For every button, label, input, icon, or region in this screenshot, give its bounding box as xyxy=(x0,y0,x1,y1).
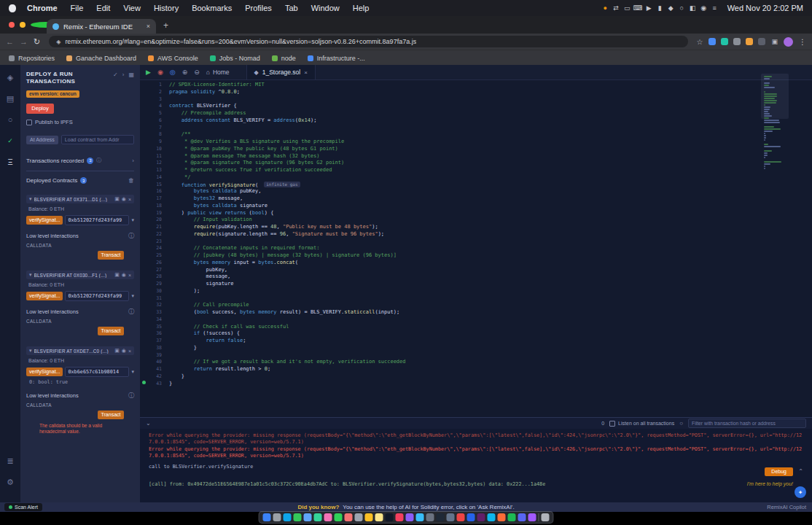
transact-button[interactable]: Transact xyxy=(98,327,124,335)
contract-header[interactable]: ▾ BLSVERIFIER AT 0X371...D1 (...) ▣ ◉ × xyxy=(26,195,134,203)
bookmark-star-icon[interactable]: ☆ xyxy=(697,38,703,46)
line-number[interactable]: 18 xyxy=(140,203,169,210)
chevron-right-icon[interactable]: › xyxy=(122,71,125,78)
extension-orange[interactable] xyxy=(746,38,753,45)
line-number[interactable]: 10 xyxy=(140,146,169,153)
pin-icon[interactable]: ◉ xyxy=(122,196,126,202)
pin-panel-icon[interactable]: ▦ xyxy=(128,71,134,78)
run-script-icon[interactable]: ▶ xyxy=(146,69,151,76)
info-icon[interactable]: ⓘ xyxy=(128,232,134,240)
line-number[interactable]: 27 xyxy=(140,267,169,274)
dock-appstore[interactable] xyxy=(416,513,424,521)
menu-item-chrome[interactable]: Chrome xyxy=(20,4,64,12)
play-icon[interactable]: ▶ xyxy=(644,4,655,12)
line-number[interactable]: 41 xyxy=(140,366,169,373)
dock-mail[interactable] xyxy=(304,513,312,521)
back-icon[interactable]: ← xyxy=(6,37,14,46)
copy-icon[interactable]: ▣ xyxy=(114,272,120,278)
chevron-up-icon[interactable]: ⌃ xyxy=(798,468,803,475)
line-number[interactable]: 25 xyxy=(140,252,169,260)
target-icon[interactable]: ◎ xyxy=(170,69,176,76)
menu-item-profiles[interactable]: Profiles xyxy=(238,4,278,12)
address-bar[interactable]: ◈ remix.ethereum.org/#lang=en&optimize=f… xyxy=(49,36,687,47)
record-icon[interactable]: ◉ xyxy=(157,69,163,76)
line-number[interactable]: 8 xyxy=(140,131,169,139)
contract-header[interactable]: ▾ BLSVERIFIER AT 0XDE7...C0 (...) ▣ ◉ × xyxy=(26,346,134,355)
dock-podcasts[interactable] xyxy=(406,513,414,521)
scan-alert-badge[interactable]: Scan Alert xyxy=(4,503,42,511)
settings-icon[interactable]: ⚙ xyxy=(4,475,17,489)
remove-contract-icon[interactable]: × xyxy=(128,273,131,278)
search-icon[interactable]: ○ xyxy=(4,113,17,126)
extension-grey[interactable] xyxy=(733,38,741,45)
close-file-icon[interactable]: × xyxy=(304,69,308,76)
zoom-in-icon[interactable]: ⊕ xyxy=(182,69,188,76)
info-icon[interactable]: ⓘ xyxy=(128,392,134,400)
editor-minimap[interactable] xyxy=(764,76,786,185)
keyboard-icon[interactable]: ⌨ xyxy=(633,4,644,12)
dock-postman[interactable] xyxy=(498,513,506,521)
transact-button[interactable]: Transact xyxy=(98,251,124,260)
dock-vscode[interactable] xyxy=(467,513,475,521)
line-number[interactable]: 12 xyxy=(140,160,169,167)
recording-indicator[interactable]: ● xyxy=(600,4,611,12)
dock-settings[interactable] xyxy=(426,513,434,521)
line-number[interactable]: 32 xyxy=(140,302,169,309)
dock-messages[interactable] xyxy=(294,513,302,521)
line-number[interactable]: 19 xyxy=(140,210,169,217)
browser-menu-icon[interactable]: ⋮ xyxy=(799,38,806,46)
dock-calendar[interactable] xyxy=(345,513,353,521)
line-number[interactable]: 26 xyxy=(140,260,169,267)
function-args-value[interactable]: 0xb512027fd243fa99 xyxy=(65,291,129,301)
line-number[interactable]: 36 xyxy=(140,330,169,338)
menu-item-window[interactable]: Window xyxy=(305,4,346,12)
menu-item-edit[interactable]: Edit xyxy=(90,4,117,12)
line-number[interactable]: 30 xyxy=(140,288,169,295)
dock-chrome[interactable] xyxy=(457,513,465,521)
profile-avatar[interactable] xyxy=(784,37,793,47)
terminal-collapse-icon[interactable]: ⌄ xyxy=(146,420,151,427)
dock-docker[interactable] xyxy=(488,513,496,521)
debug-button[interactable]: Debug xyxy=(765,467,793,476)
home-tab[interactable]: ⌂ Home xyxy=(206,69,230,76)
dock-spotify[interactable] xyxy=(508,513,516,521)
line-number[interactable]: 15 xyxy=(140,182,169,189)
menu-item-history[interactable]: History xyxy=(147,4,185,12)
line-number[interactable]: 38 xyxy=(140,345,169,352)
bookmark-item[interactable]: Infrastructure -... xyxy=(308,55,365,62)
close-window-button[interactable] xyxy=(9,22,15,28)
display-icon[interactable]: ▭ xyxy=(622,4,633,12)
line-number[interactable]: 13 xyxy=(140,167,169,174)
line-number[interactable]: 37 xyxy=(140,338,169,345)
forward-icon[interactable]: → xyxy=(20,37,28,46)
line-number[interactable]: 31 xyxy=(140,295,169,303)
zoom-out-icon[interactable]: ⊖ xyxy=(194,69,200,76)
reload-icon[interactable]: ↻ xyxy=(34,37,40,47)
dock-trash[interactable] xyxy=(542,513,550,521)
info-icon[interactable]: ⓘ xyxy=(128,308,134,316)
line-number[interactable]: 7 xyxy=(140,125,169,132)
line-number[interactable]: 40 xyxy=(140,359,169,366)
extension-dark[interactable] xyxy=(758,38,765,45)
bookmark-item[interactable]: Repositories xyxy=(9,55,55,62)
line-number[interactable]: 24 xyxy=(140,245,169,252)
expand-caret-icon[interactable]: ▾ xyxy=(29,348,32,354)
dock-activity-monitor[interactable] xyxy=(447,513,455,521)
dock-safari[interactable] xyxy=(284,513,292,521)
chevron-down-icon[interactable]: ▾ xyxy=(131,369,134,375)
delete-all-icon[interactable]: 🗑 xyxy=(128,177,134,184)
dock-slack[interactable] xyxy=(477,513,485,521)
line-number[interactable]: 5 xyxy=(140,110,169,117)
dock-launchpad[interactable] xyxy=(273,513,281,521)
remove-contract-icon[interactable]: × xyxy=(128,197,131,202)
bookmark-item[interactable]: Ganache Dashboard xyxy=(66,55,136,62)
dock-photos[interactable] xyxy=(324,513,332,521)
copy-icon[interactable]: ▣ xyxy=(114,196,120,202)
dock-contacts[interactable] xyxy=(355,513,363,521)
line-number[interactable]: 20 xyxy=(140,217,169,224)
new-tab-button[interactable]: + xyxy=(163,20,168,31)
plugin-manager-icon[interactable]: ≣ xyxy=(4,454,17,467)
info-icon[interactable]: ⓘ xyxy=(96,157,101,164)
extensions-puzzle-icon[interactable]: ▣ xyxy=(771,38,778,45)
dock-facetime[interactable] xyxy=(335,513,343,521)
